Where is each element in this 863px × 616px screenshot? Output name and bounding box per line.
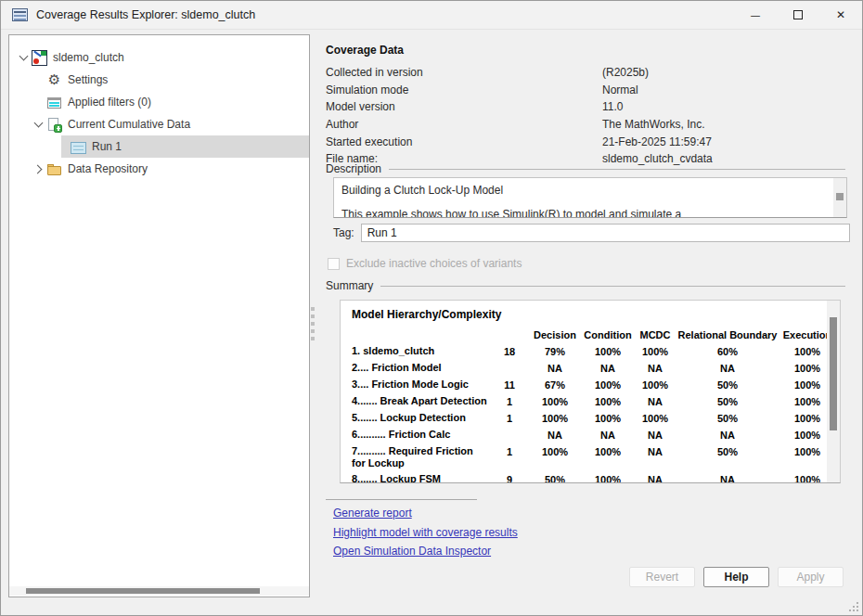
table-row: 1. sldemo_clutch1879%100%100%60%100% (341, 343, 840, 360)
field-label: Model version (326, 100, 602, 113)
results-tree-panel: sldemo_clutch ⚙ Settings Applied filters… (8, 34, 310, 597)
coverage-data-heading: Coverage Data (326, 44, 404, 57)
field-row: Author The MathWorks, Inc. (326, 116, 850, 134)
table-row: 7.......... Required Friction for Lockup… (341, 443, 840, 471)
col-decision: Decision (528, 327, 582, 343)
field-row: Model version 11.0 (326, 98, 850, 116)
col-condition: Condition (582, 327, 634, 343)
simulink-model-icon (32, 50, 47, 66)
table-row: 4....... Break Apart Detection1100%100%N… (341, 393, 840, 410)
field-value: Normal (602, 83, 638, 96)
divider (380, 286, 845, 287)
table-header-row: Decision Condition MCDC Relational Bound… (341, 327, 840, 343)
field-label: Started execution (326, 135, 602, 148)
tree-item-label: sldemo_clutch (53, 51, 124, 64)
tree-horizontal-scrollbar[interactable] (9, 586, 309, 596)
window-title: Coverage Results Explorer: sldemo_clutch (36, 8, 255, 21)
description-scrollbar[interactable] (833, 178, 846, 217)
table-row: 5....... Lockup Detection1100%100%100%50… (341, 410, 840, 427)
highlight-model-link[interactable]: Highlight model with coverage results (333, 526, 518, 539)
revert-button[interactable]: Revert (629, 567, 695, 587)
close-icon: ✕ (836, 8, 845, 21)
generate-report-link[interactable]: Generate report (333, 507, 518, 520)
gear-icon: ⚙ (46, 72, 62, 88)
field-value: The MathWorks, Inc. (602, 118, 704, 131)
scrollbar-thumb[interactable] (26, 588, 260, 594)
tag-input[interactable] (361, 224, 850, 242)
app-window-icon (12, 8, 28, 21)
tag-label: Tag: (333, 226, 354, 239)
exclude-variants-option: Exclude inactive choices of variants (328, 257, 522, 270)
table-title: Model Hierarchy/Complexity (341, 301, 840, 321)
maximize-icon (793, 10, 803, 19)
summary-table: Model Hierarchy/Complexity Decision Cond… (340, 300, 841, 483)
summary-label: Summary (326, 279, 373, 292)
description-line-1: Building a Clutch Lock-Up Model (341, 183, 817, 198)
field-value: 21-Feb-2025 11:59:47 (602, 135, 712, 148)
exclude-variants-checkbox[interactable] (328, 258, 340, 270)
minimize-button[interactable]: — (734, 1, 777, 30)
field-label: Simulation mode (326, 83, 602, 96)
tree-item-label: Current Cumulative Data (68, 118, 190, 131)
table-row: 8....... Lockup FSM950%100%NANA100% (341, 471, 840, 483)
field-row: Simulation mode Normal (326, 82, 850, 99)
table-row: 6.......... Friction CalcNANANANA100% (341, 427, 840, 443)
open-sdi-link[interactable]: Open Simulation Data Inspector (333, 545, 518, 558)
exclude-variants-label: Exclude inactive choices of variants (346, 257, 522, 270)
chevron-right-icon[interactable] (32, 166, 45, 173)
tree-item-label: Data Repository (68, 162, 148, 175)
title-bar: Coverage Results Explorer: sldemo_clutch… (1, 1, 862, 30)
divider (389, 169, 845, 170)
field-row: Collected in version (R2025b) (326, 64, 850, 82)
description-textarea[interactable]: Building a Clutch Lock-Up Model This exa… (333, 177, 847, 218)
cumulative-data-icon (46, 117, 62, 133)
tree-item-applied-filters[interactable]: Applied filters (0) (9, 91, 309, 113)
field-label: Collected in version (326, 66, 602, 79)
panel-splitter[interactable] (311, 307, 315, 344)
table-row: 2.... Friction ModelNANANANA100% (341, 360, 840, 377)
description-label: Description (326, 162, 381, 175)
folder-icon (46, 161, 62, 177)
col-relational-boundary: Relational Boundary (676, 327, 779, 343)
tree-item-sldemo-clutch[interactable]: sldemo_clutch (9, 46, 309, 69)
tree-item-label: Run 1 (92, 140, 122, 153)
table-vertical-scrollbar[interactable] (827, 301, 840, 482)
tree-item-settings[interactable]: ⚙ Settings (9, 69, 309, 91)
tree-item-run-1[interactable]: Run 1 (61, 135, 309, 158)
table-row: 3.... Friction Mode Logic1167%100%100%50… (341, 377, 840, 393)
help-button[interactable]: Help (703, 567, 769, 587)
filter-icon (46, 95, 62, 110)
field-row: Started execution 21-Feb-2025 11:59:47 (326, 133, 850, 150)
minimize-icon: — (751, 9, 761, 21)
tree-item-current-cumulative-data[interactable]: Current Cumulative Data (9, 113, 309, 135)
tree-item-label: Settings (68, 73, 108, 86)
field-value: (R2025b) (602, 66, 649, 79)
tree-item-label: Applied filters (0) (68, 96, 151, 109)
chevron-down-icon[interactable] (17, 56, 30, 59)
run-icon (71, 142, 86, 154)
tree-item-data-repository[interactable]: Data Repository (9, 158, 309, 180)
coverage-detail-panel: Coverage Data Collected in version (R202… (321, 34, 855, 615)
coverage-data-fields: Collected in version (R2025b) Simulation… (326, 64, 850, 168)
field-value: 11.0 (602, 100, 623, 113)
scrollbar-thumb[interactable] (830, 317, 837, 430)
coverage-results-explorer-window: Coverage Results Explorer: sldemo_clutch… (0, 0, 863, 616)
description-line-2: This example shows how to use Simulink(R… (341, 207, 817, 218)
field-label: Author (326, 118, 602, 131)
maximize-button[interactable] (777, 1, 819, 30)
chevron-down-icon[interactable] (32, 122, 45, 126)
apply-button[interactable]: Apply (778, 567, 844, 587)
col-mcdc: MCDC (634, 327, 676, 343)
divider (326, 499, 477, 500)
scrollbar-thumb[interactable] (836, 193, 844, 200)
close-button[interactable]: ✕ (819, 1, 862, 30)
window-resize-grip[interactable] (849, 602, 858, 611)
